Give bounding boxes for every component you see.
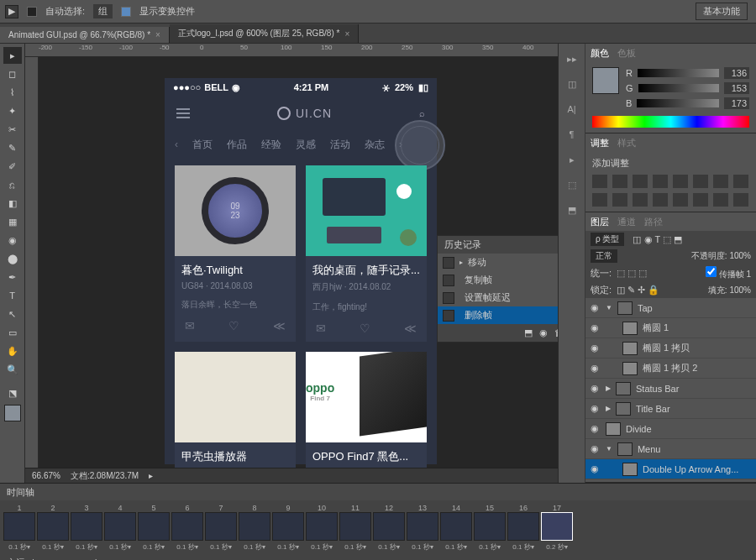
show-controls-checkbox[interactable] — [121, 7, 131, 17]
adj-icon[interactable] — [693, 175, 708, 188]
adj-icon[interactable] — [733, 193, 748, 207]
para-icon[interactable]: ¶ — [564, 126, 580, 143]
document-tab-1[interactable]: Animated GUI.psd @ 66.7%(RGB/8) * × — [0, 27, 170, 43]
adj-icon[interactable] — [673, 175, 688, 188]
color-swatch[interactable] — [592, 67, 619, 94]
filter-type[interactable]: ρ 类型 — [591, 233, 624, 246]
type-tool[interactable]: T — [3, 287, 22, 304]
adj-icon[interactable] — [592, 193, 607, 207]
pen-tool[interactable]: ✒ — [3, 269, 22, 285]
adj-icon[interactable] — [592, 175, 607, 188]
channels-tab[interactable]: 通道 — [617, 216, 636, 228]
visibility-icon[interactable]: ◉ — [589, 443, 601, 454]
wand-tool[interactable]: ✦ — [3, 102, 22, 119]
timeline-frame[interactable]: 80.1 秒▾ — [239, 504, 270, 552]
timeline-frame[interactable]: 150.1 秒▾ — [474, 504, 506, 552]
adj-icon[interactable] — [633, 193, 648, 207]
color-swap[interactable]: ⬔ — [3, 385, 22, 401]
visibility-icon[interactable]: ◉ — [589, 463, 601, 474]
timeline-frame[interactable]: 170.2 秒▾ — [541, 504, 573, 552]
r-value[interactable]: 136 — [724, 67, 749, 79]
layer-row[interactable]: ◉▶Status Bar — [585, 379, 756, 399]
layers-tab[interactable]: 图层 — [591, 216, 609, 228]
color-spectrum[interactable] — [592, 116, 749, 128]
visibility-icon[interactable]: ◉ — [589, 363, 601, 374]
propagate-checkbox[interactable] — [706, 266, 717, 277]
layer-row[interactable]: ◉椭圆 1 — [585, 318, 756, 338]
layer-row[interactable]: ◉▶Title Bar — [585, 399, 756, 419]
crop-tool[interactable]: ✂ — [3, 121, 22, 138]
actions-icon[interactable]: ▸ — [564, 151, 580, 168]
snapshot-icon[interactable]: ⬒ — [524, 327, 533, 338]
timeline-frame[interactable]: 90.1 秒▾ — [272, 504, 304, 552]
adj-icon[interactable] — [713, 193, 728, 207]
timeline-frame[interactable]: 100.1 秒▾ — [306, 504, 338, 552]
timeline-frame[interactable]: 60.1 秒▾ — [171, 504, 203, 552]
foreground-color[interactable] — [4, 405, 21, 421]
timeline-frame[interactable]: 70.1 秒▾ — [205, 504, 237, 552]
brush-tool[interactable]: ✐ — [3, 158, 22, 175]
history-item[interactable]: 复制帧 — [438, 271, 558, 289]
layer-row[interactable]: ◉Double Up Arrow Ang... — [585, 479, 756, 483]
lasso-tool[interactable]: ⌇ — [3, 84, 22, 101]
timeline-frame[interactable]: 50.1 秒▾ — [138, 504, 170, 552]
workspace-switcher[interactable]: 基本功能 — [696, 3, 748, 20]
adj-icon[interactable] — [653, 175, 668, 188]
zoom-level[interactable]: 66.67% — [32, 471, 60, 480]
adj-icon[interactable] — [733, 175, 748, 188]
adj-icon[interactable] — [653, 193, 668, 207]
timeline-frame[interactable]: 110.1 秒▾ — [339, 504, 371, 552]
document-tab-2[interactable]: 正式logo_l.psd @ 600% (图层 25, RGB/8) * × — [170, 24, 359, 43]
visibility-icon[interactable]: ◉ — [589, 302, 601, 313]
timeline-frame[interactable]: 20.1 秒▾ — [37, 504, 69, 552]
color-tab[interactable]: 颜色 — [591, 47, 609, 60]
gradient-tool[interactable]: ▦ — [3, 213, 22, 230]
move-tool[interactable]: ▸ — [3, 47, 22, 64]
eyedropper-tool[interactable]: ✎ — [3, 139, 22, 156]
shape-tool[interactable]: ▭ — [3, 324, 22, 341]
adj-icon[interactable] — [633, 175, 648, 188]
disclosure-icon[interactable]: ▼ — [606, 445, 612, 453]
timeline-frame[interactable]: 10.1 秒▾ — [3, 504, 35, 552]
adjust-tab[interactable]: 调整 — [591, 137, 609, 149]
styles-tab[interactable]: 样式 — [617, 137, 636, 149]
adj-icon[interactable] — [693, 193, 708, 207]
timeline-frame[interactable]: 130.1 秒▾ — [407, 504, 438, 552]
paths-tab[interactable]: 路径 — [644, 216, 663, 228]
close-icon[interactable]: × — [344, 29, 349, 39]
timeline-frame[interactable]: 160.1 秒▾ — [507, 504, 539, 552]
history-item[interactable]: 设置帧延迟 — [438, 289, 558, 306]
swatches-tab[interactable]: 色板 — [617, 47, 636, 60]
g-value[interactable]: 153 — [724, 82, 749, 94]
blend-mode[interactable]: 正常 — [591, 249, 617, 263]
disclosure-icon[interactable]: ▶ — [606, 405, 611, 412]
trash-icon[interactable]: 🗑 — [554, 327, 558, 338]
layer-row[interactable]: ◉椭圆 1 拷贝 2 — [585, 359, 756, 379]
adj-icon[interactable] — [673, 193, 688, 207]
opacity-value[interactable]: 100% — [729, 251, 751, 260]
camera-icon[interactable]: ◉ — [539, 327, 548, 338]
visibility-icon[interactable]: ◉ — [589, 403, 601, 414]
visibility-icon[interactable]: ◉ — [589, 423, 601, 434]
path-tool[interactable]: ↖ — [3, 306, 22, 322]
visibility-icon[interactable]: ◉ — [589, 343, 601, 353]
b-slider[interactable] — [637, 99, 719, 107]
fill-value[interactable]: 100% — [729, 285, 751, 295]
timeline-frame[interactable]: 140.1 秒▾ — [440, 504, 472, 552]
g-slider[interactable] — [638, 84, 719, 92]
timeline-frame[interactable]: 30.1 秒▾ — [71, 504, 102, 552]
marquee-tool[interactable]: ◻ — [3, 65, 22, 82]
auto-select-dropdown[interactable]: 组 — [93, 4, 113, 18]
timeline-frame[interactable]: 120.1 秒▾ — [373, 504, 405, 552]
disclosure-icon[interactable]: ▼ — [606, 304, 612, 311]
r-slider[interactable] — [638, 69, 719, 77]
layer-row[interactable]: ◉Divide — [585, 419, 756, 439]
prop-icon[interactable]: ⬚ — [564, 176, 580, 193]
eraser-tool[interactable]: ◧ — [3, 195, 22, 212]
dodge-tool[interactable]: ⬤ — [3, 250, 22, 267]
timeline-frame[interactable]: 40.1 秒▾ — [104, 504, 136, 552]
char-icon[interactable]: A| — [564, 101, 580, 118]
adj-icon[interactable] — [612, 175, 627, 188]
layer-row[interactable]: ◉▼Tap — [585, 298, 756, 318]
auto-select-checkbox[interactable] — [27, 7, 37, 17]
